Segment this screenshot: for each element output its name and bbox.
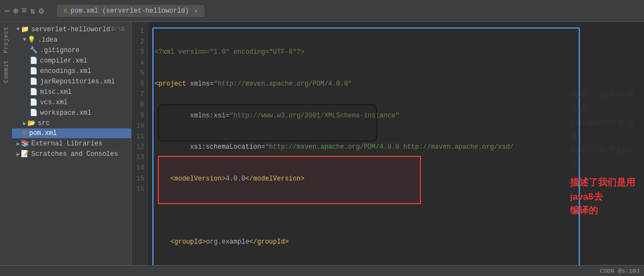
line-num-10: 10: [135, 121, 144, 132]
root-folder-icon: 📁: [21, 25, 29, 33]
settings-icon[interactable]: ⚙: [39, 5, 44, 16]
compiler-xml-label: compiler.xml: [40, 57, 87, 65]
line-num-16: 16: [135, 184, 144, 195]
line-num-2: 2: [135, 37, 144, 47]
code-line-2: <project xmlns="http://maven.apache.org/…: [155, 79, 637, 89]
line-num-9: 9: [135, 111, 144, 121]
workspace-xml-icon: 📄: [30, 109, 38, 117]
tree-pom-xml[interactable]: m pom.xml: [12, 128, 131, 138]
src-arrow: ▶: [23, 120, 26, 127]
idea-label: .idea: [38, 36, 58, 44]
root-path: D:\S: [111, 26, 124, 32]
misc-xml-label: misc.xml: [40, 88, 72, 96]
tree-root[interactable]: ▼ 📁 serverlet-helloworld D:\S: [12, 24, 131, 35]
tab-label: pom.xml (serverlet-helloworld): [71, 7, 189, 15]
line-num-4: 4: [135, 58, 144, 69]
line-num-3: 3: [135, 47, 144, 58]
list-icon[interactable]: ≡: [21, 6, 27, 16]
add-icon[interactable]: ⊕: [13, 5, 19, 16]
root-name: serverlet-helloworld: [31, 26, 110, 33]
sidebar-strip: Project Commit: [0, 22, 12, 265]
line-num-1: 1: [135, 26, 144, 37]
tree-ext-libs[interactable]: ▶ 📚 External Libraries: [12, 138, 131, 149]
menu-icon[interactable]: ⋯: [4, 5, 10, 16]
project-strip-label[interactable]: Project: [3, 26, 9, 53]
ext-libs-arrow: ▶: [16, 140, 20, 147]
root-arrow: ▼: [16, 26, 20, 32]
tab-bar: m pom.xml (serverlet-helloworld) ✕: [57, 5, 204, 17]
annotation-text-2: 描述了我们是用java8去 编译的: [570, 176, 644, 218]
editor-area: 1 2 3 4 5 6 7 8 9 10 11 12 13 14 15 16 <…: [132, 22, 644, 265]
misc-xml-icon: 📄: [30, 88, 38, 96]
line-num-15: 15: [135, 174, 144, 184]
encodings-xml-label: encodings.xml: [40, 67, 92, 75]
main-area: Project Commit ▼ 📁 serverlet-helloworld …: [0, 22, 644, 265]
sidebar: Project Commit ▼ 📁 serverlet-helloworld …: [0, 22, 132, 265]
line-num-14: 14: [135, 163, 144, 173]
compiler-xml-icon: 📄: [30, 57, 38, 65]
code-line-3: xmlns:xsi="http://www.w3.org/2001/XMLSch…: [155, 111, 637, 121]
status-text: CSDN @s:103: [600, 268, 640, 274]
tab-close-icon[interactable]: ✕: [195, 8, 198, 14]
line-num-8: 8: [135, 100, 144, 110]
tree-encodings-xml[interactable]: 📄 encodings.xml: [12, 66, 131, 76]
scratches-arrow: ▶: [16, 151, 20, 157]
gitignore-icon: 🔧: [30, 46, 38, 54]
status-bar: CSDN @s:103: [0, 265, 644, 276]
code-line-5: <modelVersion>4.0.0</modelVersion>: [155, 174, 637, 184]
code-line-7: <groupId>org.example</groupId>: [155, 237, 637, 247]
code-line-1: <?xml version="1.0" encoding="UTF-8"?>: [155, 47, 637, 58]
pom-xml-tab[interactable]: m pom.xml (serverlet-helloworld) ✕: [57, 5, 204, 17]
toolbar-icons: ⋯ ⊕ ≡ ⇅ ⚙: [4, 5, 44, 16]
tree-src[interactable]: ▶ 📂 src: [12, 118, 131, 128]
pom-xml-label: pom.xml: [29, 129, 56, 137]
jar-repos-xml-icon: 📄: [30, 77, 38, 86]
ext-libs-label: External Libraries: [31, 140, 102, 148]
line-num-12: 12: [135, 142, 144, 153]
scratches-label: Scratches and Consoles: [31, 150, 118, 158]
tree-idea[interactable]: ▼ 💡 .idea: [12, 35, 131, 45]
pom-xml-icon: m: [23, 129, 27, 137]
gitignore-label: .gitignore: [40, 47, 79, 54]
sidebar-content: ▼ 📁 serverlet-helloworld D:\S ▼ 💡 .idea …: [12, 22, 131, 265]
code-line-6: [155, 205, 637, 216]
line-num-6: 6: [135, 79, 144, 89]
tree-workspace-xml[interactable]: 📄 workspace.xml: [12, 108, 131, 118]
tree-misc-xml[interactable]: 📄 misc.xml: [12, 87, 131, 97]
tree-vcs-xml[interactable]: 📄 vcs.xml: [12, 97, 131, 108]
tree-compiler-xml[interactable]: 📄 compiler.xml: [12, 55, 131, 66]
encodings-xml-icon: 📄: [30, 67, 38, 75]
annotation-text-1: 坐标，如果你要发布 到maven中央仓库, 就可以去了解一下: [570, 88, 644, 172]
src-label: src: [38, 120, 50, 127]
vcs-xml-label: vcs.xml: [40, 99, 67, 106]
code-line-4: xsi:schemaLocation="http://maven.apache.…: [155, 142, 637, 153]
tree-gitignore[interactable]: 🔧 .gitignore: [12, 45, 131, 55]
top-toolbar: ⋯ ⊕ ≡ ⇅ ⚙ m pom.xml (serverlet-helloworl…: [0, 0, 644, 22]
line-num-5: 5: [135, 69, 144, 79]
workspace-xml-label: workspace.xml: [40, 109, 92, 117]
line-num-11: 11: [135, 132, 144, 142]
jar-repos-xml-label: jarRepositories.xml: [40, 78, 115, 86]
idea-folder-icon: 💡: [27, 36, 36, 44]
line-num-13: 13: [135, 153, 144, 163]
commit-strip-label[interactable]: Commit: [3, 60, 9, 83]
tree-scratches[interactable]: ▶ 📝 Scratches and Consoles: [12, 149, 131, 159]
line-numbers: 1 2 3 4 5 6 7 8 9 10 11 12 13 14 15 16: [132, 22, 148, 265]
src-icon: 📂: [27, 119, 36, 127]
scratches-icon: 📝: [21, 150, 29, 158]
editor-content: 1 2 3 4 5 6 7 8 9 10 11 12 13 14 15 16 <…: [132, 22, 644, 265]
tab-file-icon: m: [64, 8, 67, 14]
ext-libs-icon: 📚: [21, 139, 29, 148]
line-num-7: 7: [135, 89, 144, 100]
tree-jar-repos-xml[interactable]: 📄 jarRepositories.xml: [12, 76, 131, 87]
vcs-xml-icon: 📄: [30, 98, 38, 106]
sort-icon[interactable]: ⇅: [30, 5, 36, 16]
idea-arrow: ▼: [23, 37, 26, 43]
